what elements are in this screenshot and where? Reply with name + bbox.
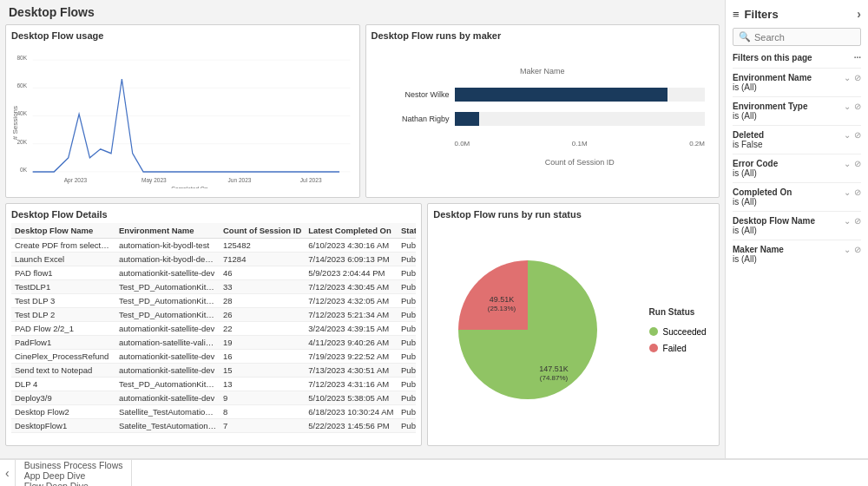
tab-flow-deep-dive[interactable]: Flow Deep Dive: [16, 481, 133, 486]
filter-edit-icon[interactable]: ⊘: [854, 159, 861, 168]
table-row[interactable]: CinePlex_ProcessRefundautomationkit-sate…: [11, 350, 416, 364]
table-row[interactable]: Pad Flow 1 for testingautomationkit-sate…: [11, 433, 416, 437]
details-card: Desktop Flow Details Desktop Flow Name E…: [5, 203, 422, 446]
table-row[interactable]: Launch Excelautomation-kit-byodl-demo712…: [11, 253, 416, 266]
maker-row-nathan: Nathan Rigby: [380, 112, 706, 126]
table-row[interactable]: PadFlow1automation-satellite-validation1…: [11, 336, 416, 350]
pie-chart: 49.51K (25.13%) 147.51K (74.87%): [441, 243, 632, 417]
table-cell: 26: [220, 308, 305, 322]
tab-app-deep-dive[interactable]: App Deep Dive: [16, 470, 133, 481]
table-cell: Published: [398, 308, 416, 322]
details-table-wrapper[interactable]: Desktop Flow Name Environment Name Count…: [11, 223, 416, 437]
filter-chevron-icon[interactable]: ⌄: [844, 130, 851, 140]
filter-item[interactable]: Environment Type ⌄ ⊘ is (All): [733, 96, 861, 125]
filter-item-header: Maker Name ⌄ ⊘: [733, 245, 861, 254]
table-cell: 125482: [220, 239, 305, 253]
filter-name: Desktop Flow Name: [733, 216, 815, 226]
table-cell: PAD Flow 2/2_1: [11, 322, 115, 336]
table-row[interactable]: Deploy3/9automationkit-satellite-dev95/1…: [11, 391, 416, 405]
filter-chevron-icon[interactable]: ⌄: [844, 73, 851, 82]
table-cell: Published: [398, 239, 416, 253]
table-row[interactable]: Test DLP 3Test_PD_AutomationKit_Satellit…: [11, 294, 416, 308]
table-row[interactable]: PAD Flow 2/2_1automationkit-satellite-de…: [11, 322, 416, 336]
filter-icons: ⌄ ⊘: [844, 130, 861, 140]
filter-item[interactable]: Maker Name ⌄ ⊘ is (All): [733, 240, 861, 268]
filter-chevron-icon[interactable]: ⌄: [844, 102, 851, 111]
filter-icons: ⌄ ⊘: [844, 159, 861, 168]
filter-icons: ⌄ ⊘: [844, 102, 861, 111]
filter-icons: ⌄ ⊘: [844, 216, 861, 226]
filter-edit-icon[interactable]: ⊘: [854, 73, 861, 82]
svg-text:# Sessions: # Sessions: [11, 106, 18, 141]
col-env-name: Environment Name: [115, 223, 220, 239]
usage-chart-card: Desktop Flow usage 80K 60K 40K 20K 0K # …: [5, 24, 360, 198]
svg-text:(74.87%): (74.87%): [539, 374, 568, 382]
filters-title-label: Filters: [745, 8, 779, 21]
table-cell: Published: [398, 294, 416, 308]
table-row[interactable]: DesktopFlow1Satelite_TestAutomationKIT75…: [11, 419, 416, 433]
maker-bar-container-2: [455, 112, 706, 126]
filter-item[interactable]: Error Code ⌄ ⊘ is (All): [733, 154, 861, 182]
runs-by-maker-card: Desktop Flow runs by maker Maker Name Ne…: [365, 24, 720, 198]
svg-text:May 2023: May 2023: [141, 175, 167, 184]
table-cell: Published: [398, 378, 416, 391]
filter-edit-icon[interactable]: ⊘: [854, 102, 861, 111]
table-cell: 19: [220, 336, 305, 350]
table-row[interactable]: TestDLP1Test_PD_AutomationKit_Satellite3…: [11, 280, 416, 294]
filter-chevron-icon[interactable]: ⌄: [844, 216, 851, 226]
table-cell: Published: [398, 419, 416, 433]
filter-edit-icon[interactable]: ⊘: [854, 187, 861, 197]
table-row[interactable]: Create PDF from selected PDF page(s) - C…: [11, 239, 416, 253]
filter-chevron-icon[interactable]: ⌄: [844, 187, 851, 197]
filter-item[interactable]: Deleted ⌄ ⊘ is False: [733, 125, 861, 154]
table-cell: 71284: [220, 253, 305, 266]
filters-dots-button[interactable]: ···: [854, 53, 861, 62]
table-cell: 7/14/2023 6:09:13 PM: [305, 253, 398, 266]
filter-item[interactable]: Desktop Flow Name ⌄ ⊘ is (All): [733, 211, 861, 240]
table-cell: automationkit-satellite-dev: [115, 322, 220, 336]
x-tick-2: 0.1M: [572, 140, 588, 148]
table-cell: Published: [398, 253, 416, 266]
table-cell: 5/10/2023 12:10:50 PM: [305, 433, 398, 437]
table-cell: 9: [220, 391, 305, 405]
details-title: Desktop Flow Details: [11, 209, 416, 220]
table-cell: 4/11/2023 9:40:26 AM: [305, 336, 398, 350]
tab-nav-left[interactable]: ‹: [0, 460, 16, 486]
tab-business-process-flows[interactable]: Business Process Flows: [16, 460, 133, 470]
table-cell: CinePlex_ProcessRefund: [11, 350, 115, 364]
sidebar-close-button[interactable]: ›: [857, 7, 861, 21]
table-row[interactable]: DLP 4Test_PD_AutomationKit_Satellite137/…: [11, 378, 416, 391]
search-input[interactable]: [754, 32, 868, 43]
filter-name: Maker Name: [733, 245, 784, 254]
filter-name: Completed On: [733, 187, 792, 197]
filter-edit-icon[interactable]: ⊘: [854, 130, 861, 140]
filter-name: Deleted: [733, 130, 764, 140]
table-row[interactable]: PAD flow1automationkit-satellite-dev465/…: [11, 266, 416, 280]
table-cell: Published: [398, 405, 416, 419]
usage-line-chart: 80K 60K 40K 20K 0K # Sessions: [11, 44, 354, 188]
table-cell: PadFlow1: [11, 336, 115, 350]
filter-items-container: Environment Name ⌄ ⊘ is (All) Environmen…: [733, 68, 861, 268]
maker-x-axis-label: Count of Session ID: [380, 158, 706, 167]
col-latest-completed: Latest Completed On: [305, 223, 398, 239]
filter-edit-icon[interactable]: ⊘: [854, 245, 861, 254]
table-row[interactable]: Test DLP 2Test_PD_AutomationKit_Satellit…: [11, 308, 416, 322]
filter-value: is False: [733, 140, 861, 149]
filter-item[interactable]: Environment Name ⌄ ⊘ is (All): [733, 68, 861, 96]
search-box[interactable]: 🔍: [733, 28, 861, 46]
svg-text:49.51K: 49.51K: [489, 295, 514, 304]
filter-chevron-icon[interactable]: ⌄: [844, 159, 851, 168]
table-cell: automation-kit-byodl-test: [115, 239, 220, 253]
table-cell: Test_PD_AutomationKit_Satellite: [115, 378, 220, 391]
table-cell: 7: [220, 419, 305, 433]
filter-value: is (All): [733, 226, 861, 235]
filter-chevron-icon[interactable]: ⌄: [844, 245, 851, 254]
filter-item[interactable]: Completed On ⌄ ⊘ is (All): [733, 182, 861, 211]
pie-chart-area: 49.51K (25.13%) 147.51K (74.87%) Run Sta…: [433, 223, 713, 437]
table-row[interactable]: Send text to Notepadautomationkit-satell…: [11, 364, 416, 378]
table-cell: automationkit-satellite-dev: [115, 350, 220, 364]
filter-edit-icon[interactable]: ⊘: [854, 216, 861, 226]
svg-text:(25.13%): (25.13%): [487, 305, 516, 312]
table-row[interactable]: Desktop Flow2Satellite_TestAutomationKIT…: [11, 405, 416, 419]
maker-bar-container-1: [455, 88, 706, 102]
